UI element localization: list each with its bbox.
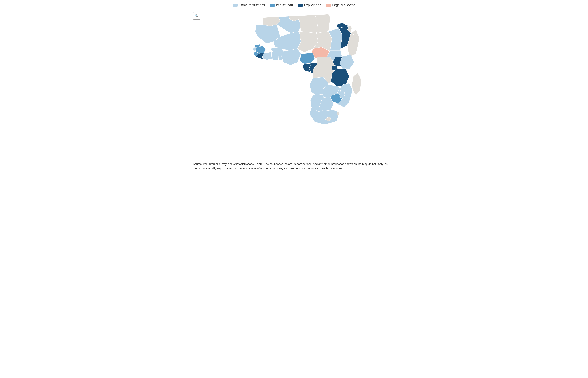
map-legend: Some restrictions Implicit ban Explicit … (193, 3, 395, 7)
search-button[interactable]: 🔍 (193, 12, 200, 20)
legend-item-explicit-ban: Explicit ban (298, 3, 321, 7)
legend-item-some-restrictions: Some restrictions (233, 3, 265, 7)
swatch-explicit-ban (298, 3, 303, 7)
map-container: .country { stroke: #fff; stroke-width: 1… (193, 11, 395, 157)
search-icon: 🔍 (195, 14, 199, 18)
swatch-implicit-ban (270, 3, 275, 7)
country-nigeria (281, 49, 301, 65)
africa-map: .country { stroke: #fff; stroke-width: 1… (225, 11, 363, 157)
country-madagascar (352, 73, 361, 95)
page-wrapper: Some restrictions Implicit ban Explicit … (187, 0, 401, 177)
country-libya (297, 15, 318, 33)
country-burkina-faso (271, 47, 283, 52)
legend-label-legally-allowed: Legally allowed (332, 3, 355, 7)
country-socotra (353, 34, 357, 38)
country-cameroon (300, 53, 315, 64)
legend-item-implicit-ban: Implicit ban (270, 3, 293, 7)
swatch-some-restrictions (233, 3, 238, 7)
legend-label-explicit-ban: Explicit ban (304, 3, 321, 7)
legend-item-legally-allowed: Legally allowed (326, 3, 355, 7)
footer-note: Source: IMF internal survey, and staff c… (193, 162, 392, 171)
legend-label-some-restrictions: Some restrictions (239, 3, 265, 7)
swatch-legally-allowed (326, 3, 331, 7)
legend-label-implicit-ban: Implicit ban (276, 3, 293, 7)
